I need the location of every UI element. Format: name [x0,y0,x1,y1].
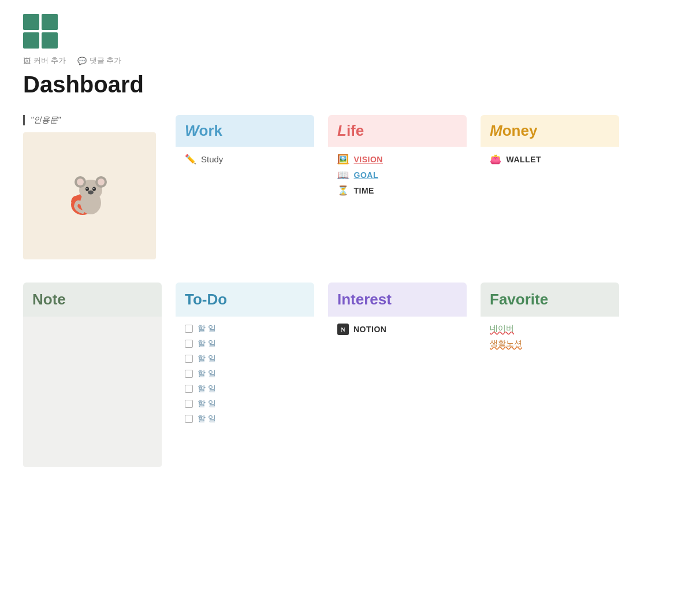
time-link[interactable]: ⏳ TIME [337,185,457,196]
todo-item: 할 일 [185,414,305,424]
todo-body: 할 일 할 일 할 일 할 일 할 일 할 일 [176,317,314,431]
interest-rest: nterest [341,291,392,308]
life-body: 🖼️ VISION 📖 GOAL ⏳ TIME [328,147,467,259]
study-link[interactable]: ✏️ Study [185,154,305,165]
svg-point-4 [77,179,84,185]
favorite-first-letter: F [490,291,499,308]
note-body[interactable] [23,317,162,467]
wallet-icon: 👛 [490,154,502,165]
life-header: Life [328,115,467,147]
todo-item: 할 일 [185,399,305,409]
svg-point-6 [98,179,105,185]
todo-checkbox-6[interactable] [185,400,193,408]
interest-body: N NOTION [328,317,467,342]
naver-link[interactable]: 네이버 [490,324,610,334]
work-first-letter: W [185,122,199,139]
comment-icon: 💬 [77,57,87,65]
svg-point-11 [88,191,94,195]
note-first-letter: N [32,291,43,308]
notion-icon: N [337,324,349,335]
work-body: ✏️ Study [176,147,314,259]
quote-section: "인용문" [23,115,162,259]
svg-point-9 [87,188,88,189]
money-body: 👛 WALLET [481,147,619,259]
saengwal-notion-link[interactable]: 생활노션 [490,339,610,349]
todo-checkbox-5[interactable] [185,385,193,393]
interest-header: Interest [328,283,467,317]
todo-item: 할 일 [185,369,305,379]
todo-checkbox-3[interactable] [185,355,193,363]
work-section: Work ✏️ Study [176,115,314,259]
money-section: Money 👛 WALLET [481,115,619,259]
todo-header: To-Do [176,283,314,317]
note-section: Note [23,283,162,467]
bottom-grid: Note To-Do 할 일 할 일 할 일 할 일 [23,283,677,467]
todo-checkbox-1[interactable] [185,325,193,333]
money-first-letter: M [490,122,502,139]
add-comment-button[interactable]: 💬 댓글 추가 [77,55,122,66]
vision-icon: 🖼️ [337,154,349,165]
life-first-letter: L [337,122,347,139]
favorite-header: Favorite [481,283,619,317]
life-section: Life 🖼️ VISION 📖 GOAL ⏳ TIME [328,115,467,259]
page-title: Dashboard [23,72,677,98]
time-icon: ⏳ [337,185,349,196]
wallet-link[interactable]: 👛 WALLET [490,154,610,165]
favorite-rest: avorite [499,291,548,308]
interest-section: Interest N NOTION [328,283,467,467]
todo-checkbox-2[interactable] [185,340,193,348]
todo-item: 할 일 [185,324,305,334]
svg-point-8 [92,187,96,191]
favorite-section: Favorite 네이버 생활노션 [481,283,619,467]
vision-link[interactable]: 🖼️ VISION [337,154,457,165]
todo-first-letter: T [185,291,193,308]
favorite-body: 네이버 생활노션 [481,317,619,356]
pencil-icon: ✏️ [185,154,196,165]
money-header: Money [481,115,619,147]
note-header: Note [23,283,162,317]
todo-item: 할 일 [185,339,305,349]
life-rest: ife [347,122,364,139]
add-cover-button[interactable]: 🖼 커버 추가 [23,55,66,66]
image-icon: 🖼 [23,57,31,65]
app-logo [23,14,58,49]
todo-checkbox-7[interactable] [185,415,193,423]
todo-item: 할 일 [185,354,305,364]
main-grid: "인용문" [23,115,677,259]
todo-checkbox-4[interactable] [185,370,193,378]
goal-icon: 📖 [337,169,349,180]
work-rest: ork [199,122,222,139]
note-rest: ote [43,291,66,308]
money-rest: oney [502,122,538,139]
todo-rest: o-Do [193,291,227,308]
koala-image [23,132,156,259]
page-toolbar: 🖼 커버 추가 💬 댓글 추가 [23,55,677,66]
work-header: Work [176,115,314,147]
todo-item: 할 일 [185,384,305,394]
svg-point-7 [85,187,89,191]
todo-section: To-Do 할 일 할 일 할 일 할 일 할 일 [176,283,314,467]
goal-link[interactable]: 📖 GOAL [337,169,457,180]
svg-point-10 [94,188,95,189]
notion-link[interactable]: N NOTION [337,324,457,335]
quote-text: "인용문" [23,115,162,125]
